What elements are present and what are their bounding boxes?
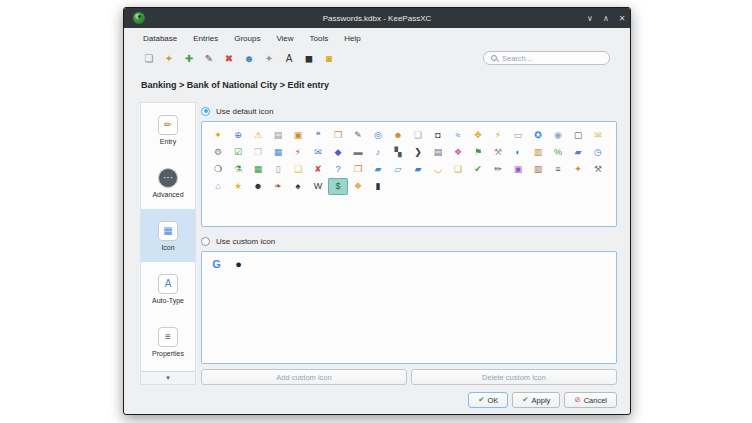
certificate-icon[interactable]: ❖: [348, 178, 368, 195]
copy-password-icon[interactable]: ✦: [259, 49, 279, 67]
note-icon[interactable]: ❑: [288, 161, 308, 178]
paper-flag-icon[interactable]: ⚗: [228, 161, 248, 178]
apple-icon[interactable]: ♠: [288, 178, 308, 195]
pen-icon[interactable]: ✏: [488, 161, 508, 178]
clipboard-ready-icon[interactable]: ☑: [228, 144, 248, 161]
email-box-icon[interactable]: ✉: [308, 144, 328, 161]
edit-entry-icon[interactable]: ✎: [199, 49, 219, 67]
radio-on-icon[interactable]: [201, 107, 210, 116]
menu-database[interactable]: Database: [141, 33, 179, 44]
program-icons-icon[interactable]: ❖: [448, 144, 468, 161]
notepad-icon[interactable]: ✎: [348, 127, 368, 144]
delete-entry-icon[interactable]: ✖: [219, 49, 239, 67]
close-button[interactable]: ✕: [614, 10, 630, 26]
key-icon[interactable]: ✦: [208, 127, 228, 144]
feather-icon[interactable]: ❧: [268, 178, 288, 195]
paper-new-icon[interactable]: ❐: [248, 144, 268, 161]
menu-view[interactable]: View: [274, 33, 295, 44]
scanner-icon[interactable]: ▭: [508, 127, 528, 144]
lock-databases-icon[interactable]: ◙: [319, 49, 339, 67]
ok-button[interactable]: ✔ OK: [468, 392, 508, 408]
cancel-button[interactable]: ⊘ Cancel: [564, 392, 617, 408]
menu-groups[interactable]: Groups: [232, 33, 262, 44]
world-star-icon[interactable]: ✪: [528, 127, 548, 144]
screen-icon[interactable]: ▦: [268, 144, 288, 161]
star-icon[interactable]: ★: [228, 178, 248, 195]
email-icon[interactable]: ✉: [588, 127, 608, 144]
open-database-icon[interactable]: ✦: [159, 49, 179, 67]
paper-locked-icon[interactable]: ❏: [448, 161, 468, 178]
search-input[interactable]: Search...: [483, 51, 610, 65]
energy-careful-icon[interactable]: ⚡: [288, 144, 308, 161]
terminal-encrypted-icon[interactable]: ▚: [388, 144, 408, 161]
sidebar-item-auto-type[interactable]: AAuto-Type: [141, 262, 195, 315]
home-icon[interactable]: ⌂: [208, 178, 228, 195]
lock-open-icon[interactable]: ◡: [428, 161, 448, 178]
user-key-icon[interactable]: ✦: [568, 161, 588, 178]
add-custom-icon-button[interactable]: Add custom icon: [201, 369, 407, 385]
menu-help[interactable]: Help: [342, 33, 362, 44]
paper-clip-icon[interactable]: ❏: [408, 127, 428, 144]
paper-media-icon[interactable]: ♪: [368, 144, 388, 161]
use-custom-icon-radio[interactable]: Use custom icon: [201, 234, 617, 248]
money-icon[interactable]: $: [328, 178, 348, 195]
sidebar-item-advanced[interactable]: ···Advanced: [141, 156, 195, 209]
clock-icon[interactable]: ◷: [588, 144, 608, 161]
tux-icon[interactable]: ☻: [248, 178, 268, 195]
use-default-icon-radio[interactable]: Use default icon: [201, 104, 617, 118]
user-communication-icon[interactable]: ❝: [308, 127, 328, 144]
copy-username-icon[interactable]: ☻: [239, 49, 259, 67]
menu-tools[interactable]: Tools: [308, 33, 331, 44]
wireless-icon[interactable]: ≈: [448, 127, 468, 144]
energy-icon[interactable]: ⚡: [488, 127, 508, 144]
homebanking-icon[interactable]: %: [548, 144, 568, 161]
run-icon[interactable]: ⚑: [468, 144, 488, 161]
expired-icon[interactable]: ✘: [308, 161, 328, 178]
wiki-icon[interactable]: W: [308, 178, 328, 195]
add-entry-icon[interactable]: ✚: [179, 49, 199, 67]
book-icon[interactable]: ▥: [528, 161, 548, 178]
parts-icon[interactable]: ❒: [328, 127, 348, 144]
memory-icon[interactable]: ▦: [248, 161, 268, 178]
titlebar[interactable]: Passwords.kdbx - KeePassXC ∨ ∧ ✕: [124, 8, 630, 28]
folder-icon[interactable]: ▰: [368, 161, 388, 178]
folder-open-icon[interactable]: ▱: [388, 161, 408, 178]
identity-icon[interactable]: ☻: [388, 127, 408, 144]
phone-icon[interactable]: ▮: [368, 178, 388, 195]
marked-directory-icon[interactable]: ▣: [288, 127, 308, 144]
google-icon[interactable]: G: [209, 257, 224, 272]
sidebar-item-properties[interactable]: ≡Properties: [141, 315, 195, 368]
folder-package-icon[interactable]: ▰: [408, 161, 428, 178]
checked-icon[interactable]: ✔: [468, 161, 488, 178]
menu-entries[interactable]: Entries: [191, 33, 220, 44]
sidebar-item-icon[interactable]: ▦Icon: [141, 209, 195, 262]
apply-button[interactable]: ✔ Apply: [512, 392, 560, 408]
world-socket-icon[interactable]: ◎: [368, 127, 388, 144]
cdrom-icon[interactable]: ◉: [548, 127, 568, 144]
digicam-icon[interactable]: ◘: [428, 127, 448, 144]
world-icon[interactable]: ⊕: [228, 127, 248, 144]
disk-icon[interactable]: ◆: [328, 144, 348, 161]
info-icon[interactable]: ?: [328, 161, 348, 178]
radio-off-icon[interactable]: [201, 237, 210, 246]
github-icon[interactable]: ●: [231, 257, 246, 272]
drive-icon[interactable]: ▬: [348, 144, 368, 161]
package-icon[interactable]: ❒: [348, 161, 368, 178]
archive-icon[interactable]: ▥: [528, 144, 548, 161]
keyring-icon[interactable]: ✥: [468, 127, 488, 144]
perform-autotype-icon[interactable]: A: [279, 49, 299, 67]
delete-custom-icon-button[interactable]: Delete custom icon: [411, 369, 617, 385]
list-icon[interactable]: ≡: [548, 161, 568, 178]
email-search-icon[interactable]: ❍: [208, 161, 228, 178]
settings-icon[interactable]: ⚒: [488, 144, 508, 161]
sidebar-scroll-down-button[interactable]: ▾: [141, 371, 195, 384]
sidebar-item-entry[interactable]: ✏Entry: [141, 103, 195, 156]
tool-icon[interactable]: ⚒: [588, 161, 608, 178]
trash-bin-icon[interactable]: ▯: [268, 161, 288, 178]
configuration-icon[interactable]: ⚙: [208, 144, 228, 161]
database-settings-icon[interactable]: ◼: [299, 49, 319, 67]
maximize-button[interactable]: ∧: [598, 10, 614, 26]
drive-windows-icon[interactable]: ▰: [568, 144, 588, 161]
monitor-icon[interactable]: ▢: [568, 127, 588, 144]
printer-icon[interactable]: ▤: [428, 144, 448, 161]
